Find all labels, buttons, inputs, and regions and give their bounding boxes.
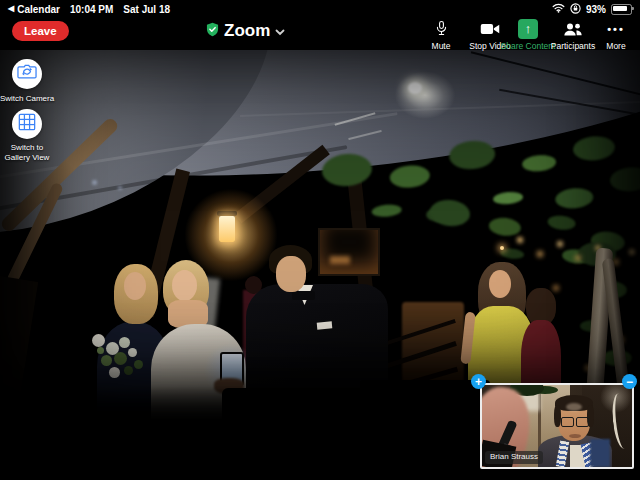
back-to-calendar-button[interactable]: ◀ Calendar <box>8 4 60 15</box>
status-time: 10:04 PM <box>70 4 113 15</box>
self-view-name-label: Brian Strauss <box>485 451 543 464</box>
dark-window <box>318 228 380 276</box>
more-dots-icon: ••• <box>607 19 625 39</box>
zoom-meeting-screen: ◀ Calendar 10:04 PM Sat Jul 18 93% Leave… <box>0 0 640 480</box>
share-content-icon: ↑ <box>518 19 538 39</box>
back-app-label: Calendar <box>17 4 60 15</box>
wifi-icon <box>552 3 565 15</box>
switch-camera-button[interactable] <box>12 59 42 89</box>
light-glint <box>118 186 122 190</box>
chevron-down-icon <box>275 22 285 40</box>
selfview-scarf-drape <box>590 439 610 467</box>
selfview-glasses <box>561 417 574 427</box>
window-light <box>330 256 350 264</box>
selfview-man-hair-side <box>554 405 561 427</box>
meeting-title-dropdown[interactable]: Zoom <box>206 19 285 43</box>
groom-face <box>276 256 306 292</box>
bride-face <box>172 270 197 301</box>
guest-yellow-face <box>489 270 511 298</box>
self-view-video[interactable]: Brian Strauss <box>480 383 634 469</box>
wedding-scene <box>0 50 640 422</box>
switch-camera-icon <box>16 61 38 87</box>
more-button[interactable]: ••• More <box>579 19 640 51</box>
light-glint <box>92 180 97 185</box>
status-right: 93% <box>552 3 632 16</box>
status-bar: ◀ Calendar 10:04 PM Sat Jul 18 93% <box>0 0 640 18</box>
minimize-self-view-button[interactable]: − <box>622 374 637 389</box>
switch-camera-label: Switch Camera <box>0 94 67 104</box>
gallery-view-label: Switch to Gallery View <box>1 143 53 164</box>
groom-bowtie <box>292 291 315 300</box>
battery-icon <box>611 4 632 15</box>
microphone-icon <box>435 19 448 39</box>
canopy-light-glow <box>383 62 467 128</box>
remote-video-feed[interactable] <box>0 50 640 422</box>
canopy-light-spot <box>408 82 422 94</box>
battery-percent-label: 93% <box>586 4 606 15</box>
leave-button[interactable]: Leave <box>12 21 69 41</box>
orientation-lock-icon <box>570 3 581 16</box>
shield-check-icon <box>206 22 219 41</box>
status-left: ◀ Calendar 10:04 PM Sat Jul 18 <box>8 4 170 15</box>
meeting-title: Zoom <box>224 21 270 41</box>
selfview-glasses <box>576 417 589 427</box>
mute-label: Mute <box>432 41 451 51</box>
status-date: Sat Jul 18 <box>123 4 170 15</box>
foliage <box>429 198 471 228</box>
flower-bouquet <box>92 334 105 347</box>
groom-pocket-square <box>317 321 333 329</box>
selfview-forehead-highlight <box>566 403 582 411</box>
meeting-toolbar: Leave Zoom Mute Stop Video ↑ <box>0 18 640 50</box>
back-arrow-icon: ◀ <box>8 4 14 14</box>
up-arrow-icon: ↑ <box>525 19 532 39</box>
bridesmaid-face <box>124 272 146 300</box>
gallery-view-grid-icon <box>17 112 37 136</box>
string-lights <box>500 246 504 250</box>
gallery-view-button[interactable] <box>12 109 42 139</box>
selfview-mouth-shadow <box>569 434 581 438</box>
more-label: More <box>606 41 625 51</box>
wall-lantern <box>219 216 235 242</box>
expand-self-view-button[interactable]: + <box>471 374 486 389</box>
